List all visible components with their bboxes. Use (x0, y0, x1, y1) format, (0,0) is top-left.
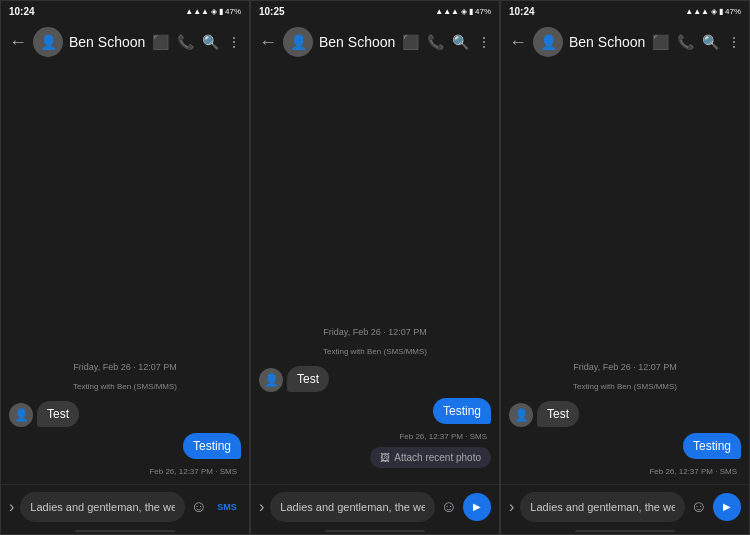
date-label-1: Friday, Feb 26 · 12:07 PM (9, 362, 241, 372)
emoji-icon-1[interactable]: ☺ (191, 498, 207, 516)
app-bar-2: ← 👤 Ben Schoon ⬛ 📞 🔍 ⋮ (251, 21, 499, 63)
back-button-1[interactable]: ← (9, 32, 27, 53)
sender-avatar-2: 👤 (259, 368, 283, 392)
send-button-3[interactable]: ▶ (713, 493, 741, 521)
divider-3 (575, 530, 674, 532)
app-bar-1: ← 👤 Ben Schoon ⬛ 📞 🔍 ⋮ (1, 21, 249, 63)
status-bar-3: 10:24 ▲▲▲ ◈ ▮ 47% (501, 1, 749, 21)
divider-2 (325, 530, 424, 532)
more-icon-3[interactable]: ⋮ (727, 34, 741, 50)
received-bubble-3: Test (537, 401, 579, 427)
sent-bubble-1: Testing (183, 433, 241, 459)
wifi-icon-2: ◈ (461, 7, 467, 16)
wifi-icon-3: ◈ (711, 7, 717, 16)
phone-screen-1: 10:24 ▲▲▲ ◈ ▮ 47% ← 👤 Ben Schoon ⬛ 📞 🔍 ⋮… (0, 0, 250, 535)
messages-area-1: Friday, Feb 26 · 12:07 PM Texting with B… (1, 63, 249, 484)
msg-meta-2: Feb 26, 12:37 PM · SMS (259, 432, 491, 441)
attach-photo-label: Attach recent photo (394, 452, 481, 463)
sms-label-2: Texting with Ben (SMS/MMS) (259, 347, 491, 356)
avatar-2: 👤 (283, 27, 313, 57)
status-icons-3: ▲▲▲ ◈ ▮ 47% (685, 7, 741, 16)
battery-icon-3: ▮ (719, 7, 723, 16)
signal-icon-3: ▲▲▲ (685, 7, 709, 16)
contact-name-2: Ben Schoon (319, 34, 396, 50)
battery-pct-3: 47% (725, 7, 741, 16)
phone-screen-3: 10:24 ▲▲▲ ◈ ▮ 47% ← 👤 Ben Schoon ⬛ 📞 🔍 ⋮… (500, 0, 750, 535)
text-input-2[interactable] (270, 492, 434, 522)
emoji-icon-2[interactable]: ☺ (441, 498, 457, 516)
wifi-icon: ◈ (211, 7, 217, 16)
status-time-2: 10:25 (259, 6, 285, 17)
message-row-sent-2: Testing (259, 398, 491, 424)
status-bar-2: 10:25 ▲▲▲ ◈ ▮ 47% (251, 1, 499, 21)
messages-area-2: Friday, Feb 26 · 12:07 PM Texting with B… (251, 63, 499, 484)
battery-pct-1: 47% (225, 7, 241, 16)
phone-icon-3[interactable]: 📞 (677, 34, 694, 50)
signal-icon-2: ▲▲▲ (435, 7, 459, 16)
back-button-3[interactable]: ← (509, 32, 527, 53)
message-row-received-3: 👤 Test (509, 401, 741, 427)
battery-pct-2: 47% (475, 7, 491, 16)
back-button-2[interactable]: ← (259, 32, 277, 53)
sender-avatar-1: 👤 (9, 403, 33, 427)
phone-screen-2: 10:25 ▲▲▲ ◈ ▮ 47% ← 👤 Ben Schoon ⬛ 📞 🔍 ⋮… (250, 0, 500, 535)
more-icon-1[interactable]: ⋮ (227, 34, 241, 50)
status-time-3: 10:24 (509, 6, 535, 17)
received-bubble-2: Test (287, 366, 329, 392)
contact-name-3: Ben Schoon (569, 34, 646, 50)
app-bar-icons-2: ⬛ 📞 🔍 ⋮ (402, 34, 491, 50)
send-button-1[interactable]: SMS (213, 493, 241, 521)
contact-name-1: Ben Schoon (69, 34, 146, 50)
screens-container: 10:24 ▲▲▲ ◈ ▮ 47% ← 👤 Ben Schoon ⬛ 📞 🔍 ⋮… (0, 0, 750, 535)
battery-icon: ▮ (219, 7, 223, 16)
text-input-3[interactable] (520, 492, 684, 522)
divider-1 (75, 530, 174, 532)
sms-label-3: Texting with Ben (SMS/MMS) (509, 382, 741, 391)
avatar-1: 👤 (33, 27, 63, 57)
search-icon-2[interactable]: 🔍 (452, 34, 469, 50)
status-bar-1: 10:24 ▲▲▲ ◈ ▮ 47% (1, 1, 249, 21)
sent-bubble-3: Testing (683, 433, 741, 459)
attach-icon: 🖼 (380, 452, 390, 463)
date-label-3: Friday, Feb 26 · 12:07 PM (509, 362, 741, 372)
chevron-icon-1[interactable]: › (9, 498, 14, 516)
text-input-1[interactable] (20, 492, 184, 522)
search-icon-1[interactable]: 🔍 (202, 34, 219, 50)
phone-icon-2[interactable]: 📞 (427, 34, 444, 50)
video-icon-1[interactable]: ⬛ (152, 34, 169, 50)
input-bar-3: › ☺ ▶ (501, 484, 749, 528)
chevron-icon-2[interactable]: › (259, 498, 264, 516)
msg-meta-3: Feb 26, 12:37 PM · SMS (509, 467, 741, 476)
date-label-2: Friday, Feb 26 · 12:07 PM (259, 327, 491, 337)
attach-photo-button[interactable]: 🖼 Attach recent photo (370, 447, 491, 468)
sent-bubble-2: Testing (433, 398, 491, 424)
message-row-sent-1: Testing (9, 433, 241, 459)
search-icon-3[interactable]: 🔍 (702, 34, 719, 50)
avatar-3: 👤 (533, 27, 563, 57)
signal-icon: ▲▲▲ (185, 7, 209, 16)
app-bar-icons-1: ⬛ 📞 🔍 ⋮ (152, 34, 241, 50)
status-icons-1: ▲▲▲ ◈ ▮ 47% (185, 7, 241, 16)
send-button-2[interactable]: ▶ (463, 493, 491, 521)
send-arrow-icon-2: ▶ (473, 501, 481, 512)
sms-label-1: Texting with Ben (SMS/MMS) (9, 382, 241, 391)
input-bar-1: › ☺ SMS (1, 484, 249, 528)
battery-icon-2: ▮ (469, 7, 473, 16)
more-icon-2[interactable]: ⋮ (477, 34, 491, 50)
message-row-received-2: 👤 Test (259, 366, 491, 392)
messages-area-3: Friday, Feb 26 · 12:07 PM Texting with B… (501, 63, 749, 484)
message-row-received-1: 👤 Test (9, 401, 241, 427)
sender-avatar-3: 👤 (509, 403, 533, 427)
send-arrow-icon-3: ▶ (723, 501, 731, 512)
app-bar-3: ← 👤 Ben Schoon ⬛ 📞 🔍 ⋮ (501, 21, 749, 63)
app-bar-icons-3: ⬛ 📞 🔍 ⋮ (652, 34, 741, 50)
video-icon-3[interactable]: ⬛ (652, 34, 669, 50)
input-bar-2: › ☺ ▶ (251, 484, 499, 528)
phone-icon-1[interactable]: 📞 (177, 34, 194, 50)
received-bubble-1: Test (37, 401, 79, 427)
video-icon-2[interactable]: ⬛ (402, 34, 419, 50)
emoji-icon-3[interactable]: ☺ (691, 498, 707, 516)
msg-meta-1: Feb 26, 12:37 PM · SMS (9, 467, 241, 476)
chevron-icon-3[interactable]: › (509, 498, 514, 516)
message-row-sent-3: Testing (509, 433, 741, 459)
